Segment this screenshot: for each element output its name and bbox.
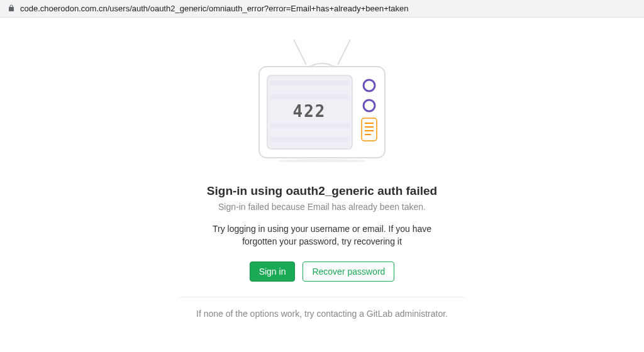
svg-rect-5	[270, 94, 350, 99]
svg-rect-7	[270, 137, 350, 142]
address-bar[interactable]: code.choerodon.com.cn/users/auth/oauth2_…	[0, 0, 644, 18]
error-heading: Sign-in using oauth2_generic auth failed	[207, 184, 437, 198]
error-subtitle: Sign-in failed because Email has already…	[218, 202, 426, 212]
svg-line-1	[338, 40, 350, 65]
svg-text:422: 422	[293, 102, 326, 121]
recover-password-button[interactable]: Recover password	[303, 261, 394, 282]
svg-point-16	[278, 159, 366, 162]
divider	[180, 297, 464, 297]
svg-line-0	[294, 40, 306, 65]
tv-illustration: 422	[256, 36, 388, 162]
svg-rect-4	[270, 80, 350, 85]
error-content: 422 Sign-in using oauth2_generic auth fa…	[0, 18, 644, 319]
lock-icon	[8, 3, 20, 14]
help-text: Try logging in using your username or em…	[203, 223, 441, 248]
footer-text: If none of the options work, try contact…	[196, 309, 448, 319]
svg-rect-6	[270, 123, 350, 128]
sign-in-button[interactable]: Sign in	[250, 261, 296, 282]
url-text: code.choerodon.com.cn/users/auth/oauth2_…	[20, 4, 409, 13]
button-row: Sign in Recover password	[250, 261, 395, 282]
